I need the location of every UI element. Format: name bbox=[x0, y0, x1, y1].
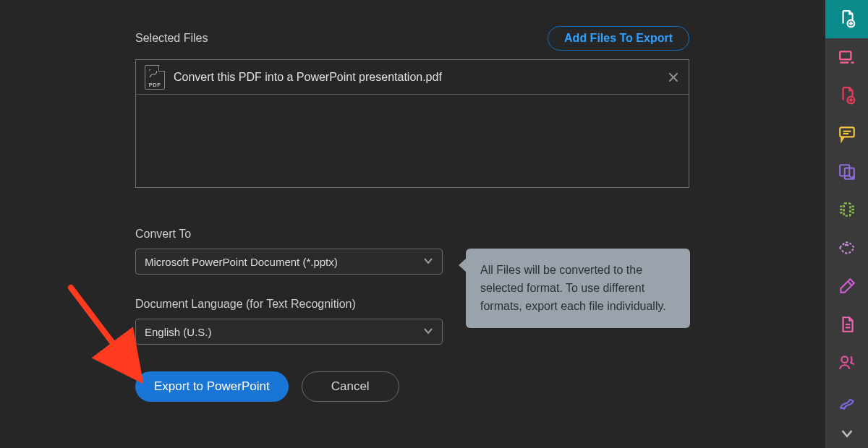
selected-files-label: Selected Files bbox=[135, 32, 208, 45]
organize-icon[interactable] bbox=[825, 152, 869, 191]
edit-pdf-icon[interactable] bbox=[825, 77, 869, 115]
compress-icon[interactable] bbox=[825, 191, 869, 229]
document-language-dropdown[interactable]: English (U.S.) bbox=[135, 319, 443, 345]
svg-rect-7 bbox=[840, 52, 851, 60]
fill-sign-icon[interactable] bbox=[825, 267, 869, 306]
svg-line-19 bbox=[848, 282, 851, 285]
svg-point-22 bbox=[841, 356, 848, 363]
comment-icon[interactable] bbox=[825, 114, 869, 152]
convert-to-label: Convert To bbox=[135, 228, 191, 241]
svg-line-3 bbox=[71, 288, 133, 370]
svg-rect-18 bbox=[843, 204, 850, 216]
file-name-label: Convert this PDF into a PowerPoint prese… bbox=[174, 71, 667, 84]
pdf-file-icon: PDF bbox=[145, 65, 165, 90]
create-pdf-icon[interactable] bbox=[825, 0, 869, 38]
chevron-down-icon bbox=[423, 256, 433, 268]
export-pdf-icon[interactable] bbox=[825, 306, 869, 344]
cancel-button[interactable]: Cancel bbox=[302, 371, 399, 402]
right-toolbar bbox=[825, 0, 868, 448]
more-tools-button[interactable] bbox=[825, 420, 869, 448]
file-row[interactable]: PDF Convert this PDF into a PowerPoint p… bbox=[136, 60, 689, 95]
sign-pen-icon[interactable] bbox=[825, 382, 869, 420]
redact-icon[interactable] bbox=[825, 229, 869, 267]
convert-to-value: Microsoft PowerPoint Document (*.pptx) bbox=[145, 256, 338, 268]
document-language-value: English (U.S.) bbox=[145, 326, 212, 338]
selected-files-list: PDF Convert this PDF into a PowerPoint p… bbox=[135, 59, 689, 188]
export-button[interactable]: Export to PowerPoint bbox=[135, 371, 289, 402]
convert-to-dropdown[interactable]: Microsoft PowerPoint Document (*.pptx) bbox=[135, 249, 443, 275]
remove-file-button[interactable] bbox=[667, 71, 680, 84]
add-files-button[interactable]: Add Files To Export bbox=[548, 26, 689, 51]
send-sign-icon[interactable] bbox=[825, 343, 869, 382]
document-language-label: Document Language (for Text Recognition) bbox=[135, 298, 356, 311]
format-info-tooltip: All Files will be converted to the selec… bbox=[466, 249, 690, 328]
combine-icon[interactable] bbox=[825, 38, 869, 77]
chevron-down-icon bbox=[423, 326, 433, 338]
